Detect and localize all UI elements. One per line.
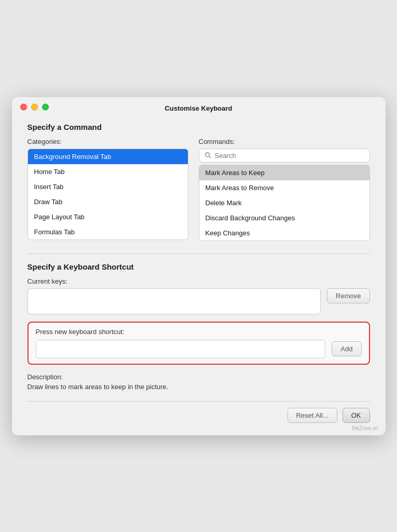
title-bar: Customise Keyboard — [12, 97, 386, 117]
ok-button[interactable]: OK — [343, 408, 370, 423]
current-keys-label: Current keys: — [28, 277, 370, 285]
specify-shortcut-title: Specify a Keyboard Shortcut — [28, 262, 370, 271]
description-section: Description: Draw lines to mark areas to… — [28, 373, 370, 391]
category-item-insert-tab[interactable]: Insert Tab — [28, 179, 188, 194]
specify-command-section: Specify a Command Categories: Background… — [28, 123, 370, 241]
add-button[interactable]: Add — [332, 341, 361, 356]
command-item-discard-background-changes[interactable]: Discard Background Changes — [199, 210, 369, 225]
command-item-mark-areas-to-remove[interactable]: Mark Areas to Remove — [199, 180, 369, 195]
categories-column: Categories: Background Removal Tab Home … — [28, 138, 188, 241]
current-keys-row: Remove — [28, 288, 370, 314]
category-item-home-tab[interactable]: Home Tab — [28, 164, 188, 179]
traffic-lights — [20, 104, 49, 111]
press-new-label: Press new keyboard shortcut: — [36, 328, 362, 336]
new-shortcut-box: Press new keyboard shortcut: Add — [28, 322, 370, 365]
categories-list: Background Removal Tab Home Tab Insert T… — [28, 149, 188, 240]
maximize-button[interactable] — [42, 104, 49, 111]
svg-line-1 — [209, 156, 211, 158]
command-item-delete-mark[interactable]: Delete Mark — [199, 195, 369, 210]
svg-point-0 — [205, 153, 209, 157]
description-label: Description: — [28, 373, 370, 381]
search-box — [199, 149, 370, 163]
description-text: Draw lines to mark areas to keep in the … — [28, 383, 370, 391]
search-input[interactable] — [215, 152, 364, 159]
command-item-keep-changes[interactable]: Keep Changes — [199, 225, 369, 241]
specify-command-title: Specify a Command — [28, 123, 370, 131]
commands-list: Mark Areas to Keep Mark Areas to Remove … — [199, 165, 370, 241]
footer: Reset All... OK — [28, 408, 370, 425]
category-item-draw-tab[interactable]: Draw Tab — [28, 194, 188, 209]
categories-label: Categories: — [28, 138, 188, 145]
new-shortcut-input[interactable] — [36, 340, 326, 358]
reset-all-button[interactable]: Reset All... — [288, 408, 337, 423]
section-divider — [28, 254, 370, 254]
command-columns: Categories: Background Removal Tab Home … — [28, 138, 370, 241]
command-item-mark-areas-to-keep[interactable]: Mark Areas to Keep — [199, 165, 369, 180]
commands-column: Commands: Mark Areas to Keep Mark Areas … — [199, 138, 370, 241]
watermark: TekZone.vn — [351, 425, 378, 431]
bottom-divider — [28, 401, 370, 402]
window-body: Specify a Command Categories: Background… — [12, 117, 386, 435]
specify-shortcut-section: Specify a Keyboard Shortcut Current keys… — [28, 262, 370, 365]
new-shortcut-row: Add — [36, 340, 362, 358]
category-item-background-removal-tab[interactable]: Background Removal Tab — [28, 149, 188, 164]
main-window: Customise Keyboard Specify a Command Cat… — [12, 97, 386, 435]
window-title: Customise Keyboard — [165, 104, 232, 112]
remove-button[interactable]: Remove — [327, 288, 369, 303]
category-item-page-layout-tab[interactable]: Page Layout Tab — [28, 209, 188, 224]
search-icon — [204, 152, 212, 159]
category-item-formulas-tab[interactable]: Formulas Tab — [28, 224, 188, 240]
minimize-button[interactable] — [31, 104, 38, 111]
current-keys-input[interactable] — [28, 288, 321, 314]
commands-label: Commands: — [199, 138, 370, 145]
close-button[interactable] — [20, 104, 27, 111]
